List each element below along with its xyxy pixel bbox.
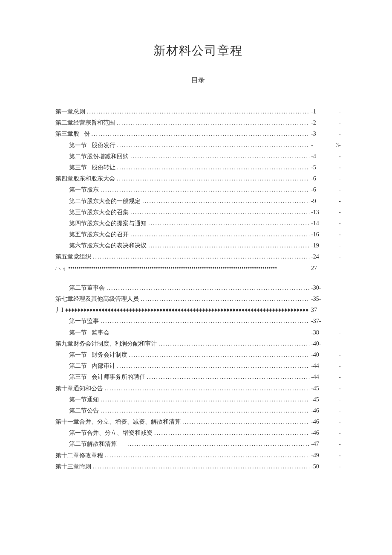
toc-entry-page: -45: [311, 383, 328, 394]
toc-entry-trail: -: [328, 128, 341, 139]
toc-entry: 第一节监事-37-: [55, 316, 341, 326]
toc-entry: /-ヽ-:)-27: [55, 263, 341, 273]
toc-entry-page: -5: [311, 162, 328, 173]
toc-entry-trail: -: [328, 427, 341, 438]
toc-entry-trail: -: [328, 184, 341, 195]
toc-entry-label: 第六节股东大会的表决和决议: [69, 240, 147, 251]
document-title: 新材料公司章程: [55, 43, 341, 59]
toc-entry-trail: -: [328, 173, 341, 184]
toc-leader-dots: [107, 282, 309, 293]
toc-entry: 第十一章合并、分立、增资、减资、解散和清算-46-: [55, 416, 341, 427]
toc-entry-page: -45: [311, 394, 328, 405]
toc-entry: 第二节 内部审计-44-: [55, 360, 341, 371]
toc-entry-page: -19: [311, 240, 328, 251]
toc-entry-trail: -: [328, 207, 341, 218]
toc-entry: 第四节股东大会的提案与通知-14-: [55, 218, 341, 229]
toc-leader-dots: [101, 405, 309, 416]
toc-leader-dots: [117, 360, 310, 371]
toc-entry-trail: -: [328, 372, 341, 382]
toc-entry-page: -37-: [311, 316, 328, 326]
toc-entry-label: 第二节股份增减和回购: [69, 151, 129, 162]
toc-entry: 第三章股 份-3-: [55, 128, 341, 139]
toc-entry-label: 第二节股东大会的一般规定: [69, 196, 141, 206]
toc-entry: 第三节 会计师事务所的聘任-44-: [55, 372, 341, 382]
toc-entry-label: 第一节通知: [69, 394, 99, 405]
toc-entry-label: 第三章股: [55, 128, 79, 139]
toc-entry-trail: -: [328, 240, 341, 251]
toc-leader-dots: [93, 461, 309, 472]
toc-entry: 第六节股东大会的表决和决议-19-: [55, 240, 341, 251]
toc-entry-page: -40: [311, 349, 328, 360]
toc-entry-trail: 3-: [328, 140, 341, 151]
toc-entry-trail: -: [328, 218, 341, 229]
toc-entry-trail: -: [328, 117, 341, 128]
toc-leader-dots: [117, 173, 309, 184]
toc-entry-page: -3: [311, 128, 328, 139]
toc-entry-label: 第十一章合并、分立、增资、减资、解散和清算: [55, 416, 181, 427]
toc-entry-trail: -: [328, 327, 341, 338]
toc-entry-label: 第七章经理及其他高级管理人员: [55, 293, 139, 304]
toc-entry-page: 37: [311, 305, 328, 315]
toc-leader-dots: [92, 128, 310, 139]
toc-entry-trail: -: [328, 394, 341, 405]
toc-leader-dots: [154, 427, 309, 438]
toc-leader-dots: [130, 229, 309, 240]
toc-entry: 第十二章修改章程-49-: [55, 450, 341, 461]
toc-leader-dots: [105, 383, 309, 394]
toc-gap: [55, 274, 341, 282]
toc-entry-label: 第一节监事: [69, 316, 99, 326]
toc-entry: 第一章总则-1-: [55, 106, 341, 117]
toc-entry-trail: -: [328, 416, 341, 427]
toc-entry-label: 第一节: [69, 327, 87, 338]
toc-entry-page: -14: [311, 218, 328, 229]
toc-entry-label: 第一节: [69, 349, 87, 360]
toc-entry-page: -4: [311, 151, 328, 162]
toc-entry-label: 第一节股东: [69, 184, 99, 195]
toc-entry-extra: 财务会计制度: [92, 349, 127, 360]
toc-leader-dots: [127, 439, 309, 449]
toc-entry-page: -50: [311, 461, 328, 472]
toc-entry-label: 第四章股东和股东大会: [55, 173, 115, 184]
toc-entry-label: 第二节解散和清算: [69, 439, 117, 449]
toc-leader-dots: [93, 251, 309, 262]
toc-entry-label: 第二节公告: [69, 405, 99, 416]
toc-entry: 第一节 股份发行-3-: [55, 140, 341, 151]
toc-entry-extra: 股份发行: [92, 140, 115, 151]
toc-entry: 第三节股东大会的召集-13-: [55, 207, 341, 218]
toc-entry-trail: -: [328, 439, 341, 449]
toc-entry-trail: -: [328, 360, 341, 371]
toc-leader-dots: [142, 196, 309, 206]
toc-entry: 第三节 股份转让-5-: [55, 162, 341, 173]
toc-entry-trail: -: [328, 450, 341, 461]
toc-entry-page: -46: [311, 405, 328, 416]
toc-leader-dots: [148, 218, 309, 229]
toc-entry-page: -49: [311, 450, 328, 461]
toc-entry-label: 第三节: [69, 372, 87, 382]
toc-entry-trail: -: [328, 383, 341, 394]
toc-entry-label: 第四节股东大会的提案与通知: [69, 218, 147, 229]
toc-entry: 第二节股东大会的一般规定-9-: [55, 196, 341, 206]
toc-leader-dots: [105, 450, 309, 461]
toc-leader-dots: [141, 293, 309, 304]
toc-entry: 第五节股东大会的召开-16-: [55, 229, 341, 240]
toc-heading: 目录: [55, 76, 341, 85]
toc-entry: 丿I37: [55, 305, 341, 315]
toc-entry-page: -13: [311, 207, 328, 218]
toc-entry-page: -24: [311, 251, 328, 262]
toc-leader-dots: [129, 349, 310, 360]
table-of-contents: 第一章总则-1-第二章经营宗旨和范围-2-第三章股 份-3-第一节 股份发行-3…: [55, 106, 341, 472]
toc-entry: 第一节股东-6-: [55, 184, 341, 195]
toc-entry: 第二节解散和清算 -47-: [55, 439, 341, 449]
toc-entry: 第二节公告-46-: [55, 405, 341, 416]
toc-entry-label: 第十二章修改章程: [55, 450, 103, 461]
toc-entry-page: -: [311, 140, 328, 151]
toc-entry-page: -44: [311, 360, 328, 371]
toc-leader-dots: [130, 151, 309, 162]
toc-leader-dots: [147, 372, 310, 382]
toc-entry-trail: -: [328, 162, 341, 173]
toc-entry-label: 第三节: [69, 162, 87, 173]
toc-entry: 第七章经理及其他高级管理人员-35-: [55, 293, 341, 304]
toc-entry-label: 丿I: [55, 305, 63, 315]
toc-entry-page: -6: [311, 184, 328, 195]
toc-entry-page: -38: [311, 327, 328, 338]
